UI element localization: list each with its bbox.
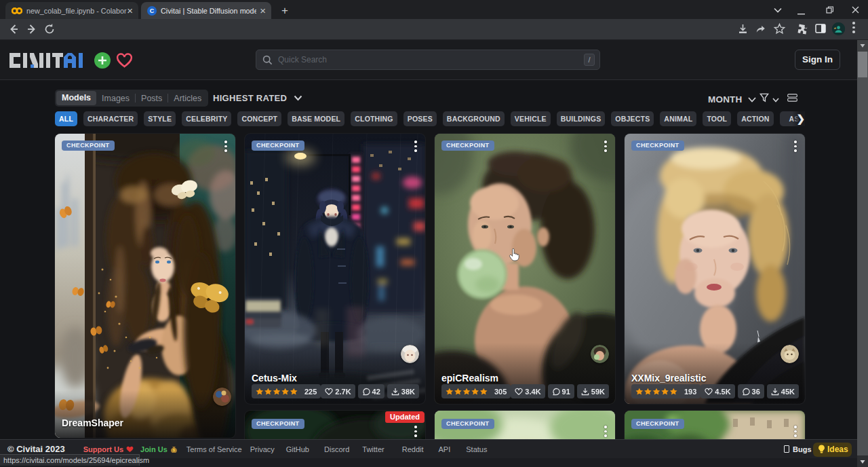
- svg-text:C: C: [150, 7, 155, 14]
